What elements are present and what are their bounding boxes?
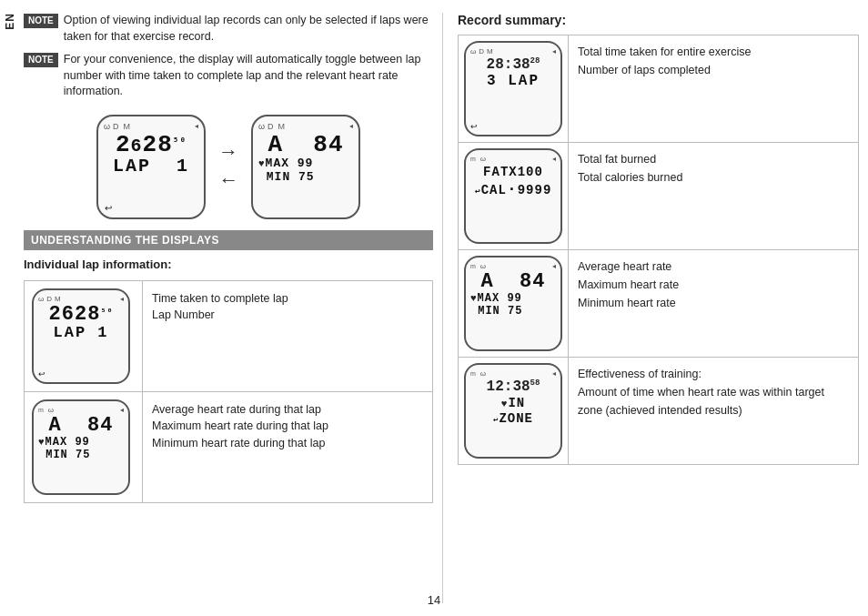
record-text-cell-3: Average heart rate Maximum heart rate Mi…	[569, 250, 859, 358]
record-watch-4-in: ♥IN	[501, 396, 525, 411]
lap-watch-1-icons: ωDM ◂	[38, 295, 124, 303]
table-row: mω ◂ FATX100 ↩CAL·9999 Total fat burned …	[459, 143, 859, 250]
note-2: NOTE For your convenience, the display w…	[24, 52, 433, 100]
lap-info-table: ωDM ◂ 2628₅₀ LAP 1 ↩ Time taken to compl…	[24, 280, 433, 503]
lap-watch-2-min: MIN 75	[38, 449, 124, 461]
note-1-text: Option of viewing individual lap records…	[64, 13, 433, 45]
note-1-label: NOTE	[24, 14, 58, 28]
record-watch-2: mω ◂ FATX100 ↩CAL·9999	[464, 148, 562, 244]
en-sidebar: EN	[0, 0, 20, 616]
lap-watch-1-lap: LAP 1	[53, 325, 108, 342]
note-1: NOTE Option of viewing individual lap re…	[24, 13, 433, 45]
record-text-cell-1: Total time taken for entire exercise Num…	[569, 35, 859, 143]
record-watch-3-min: MIN 75	[470, 305, 556, 318]
record-watch-1-lap: 3 LAP	[487, 74, 540, 90]
record-watch-2-cal: ↩CAL·9999	[475, 180, 552, 200]
record-watch-1-icons: ωDM ◂	[470, 47, 556, 56]
watch-right-heart: ♥MAX 99	[258, 157, 353, 171]
record-watch-3-max: ♥MAX 99	[470, 292, 556, 305]
note-2-text: For your convenience, the display will a…	[64, 52, 433, 100]
watch-left-main-time: 2628₅₀	[116, 133, 187, 157]
left-column: NOTE Option of viewing individual lap re…	[24, 13, 442, 603]
record-watch-cell-1: ωDM ◂ 28:3828 3 LAP ↩	[459, 35, 569, 143]
record-watch-3-icons: mω ◂	[470, 262, 556, 270]
record-watch-2-fat: FATX100	[483, 165, 543, 180]
section-header: UNDERSTANDING THE DISPLAYS	[24, 230, 433, 250]
individual-lap-title: Individual lap information:	[24, 258, 433, 271]
record-watch-3: mω ◂ A 84 ♥MAX 99 MIN 75	[464, 256, 562, 351]
watch-display-left: ωDM ◂ 2628₅₀ LAP 1 ↩	[96, 115, 206, 219]
table-row: ωDM ◂ 2628₅₀ LAP 1 ↩ Time taken to compl…	[25, 280, 433, 391]
record-watch-4-time: 12:3858	[487, 379, 540, 396]
record-watch-4-icons: mω ◂	[470, 369, 556, 378]
watch-right-main-time: A 84	[267, 133, 343, 157]
watch-display-right: ωDM ◂ A 84 ♥MAX 99 MIN 75	[251, 115, 360, 219]
watch-right-min: MIN 75	[258, 170, 353, 185]
record-watch-1: ωDM ◂ 28:3828 3 LAP ↩	[464, 41, 562, 136]
arrow-left-icon: →	[218, 171, 238, 191]
right-column: Record summary: ωDM ◂ 28:3828	[442, 13, 859, 603]
lap-text-cell-1: Time taken to complete lapLap Number	[143, 280, 433, 391]
arrow-right-icon: →	[218, 142, 238, 162]
record-watch-1-corner: ↩	[470, 122, 478, 131]
lap-text-cell-2: Average heart rate during that lap Maxim…	[143, 391, 433, 502]
record-watch-2-icons: mω ◂	[470, 155, 556, 163]
arrows: → →	[206, 142, 251, 191]
table-row: ωDM ◂ 28:3828 3 LAP ↩ Total time taken f…	[459, 35, 859, 143]
lap-watch-2-avg: A 84	[48, 416, 113, 436]
record-summary-title: Record summary:	[458, 13, 859, 27]
en-label: EN	[4, 13, 16, 30]
page-number: 14	[428, 593, 440, 607]
record-watch-3-avg: A 84	[480, 272, 545, 292]
record-watch-cell-2: mω ◂ FATX100 ↩CAL·9999	[459, 143, 569, 250]
record-watch-1-time: 28:3828	[487, 57, 540, 74]
watch-right-top-icons: ωDM ◂	[258, 122, 353, 131]
record-watch-4: mω ◂ 12:3858 ♥IN ↩ZONE	[464, 363, 562, 459]
lap-watch-2: mω ◂ A 84 ♥MAX 99 MIN 75	[32, 399, 130, 495]
lap-watch-cell-1: ωDM ◂ 2628₅₀ LAP 1 ↩	[25, 280, 143, 391]
record-watch-cell-3: mω ◂ A 84 ♥MAX 99 MIN 75	[459, 250, 569, 358]
lap-watch-1-corner: ↩	[38, 369, 45, 379]
watch-left-lap: LAP 1	[113, 157, 189, 177]
lap-watch-2-max: ♥MAX 99	[38, 436, 124, 449]
record-watch-4-zone: ↩ZONE	[493, 411, 533, 427]
record-text-cell-2: Total fat burned Total calories burned	[569, 143, 859, 250]
note-2-label: NOTE	[24, 53, 58, 67]
lap-watch-cell-2: mω ◂ A 84 ♥MAX 99 MIN 75	[25, 391, 143, 502]
watch-left-corner: ↩	[105, 203, 112, 213]
arrow-diagram: ωDM ◂ 2628₅₀ LAP 1 ↩ → →	[24, 115, 433, 219]
record-summary-table: ωDM ◂ 28:3828 3 LAP ↩ Total time taken f…	[458, 35, 859, 465]
table-row: mω ◂ A 84 ♥MAX 99 MIN 75 Average heart r…	[25, 391, 433, 502]
watch-left-top-icons: ωDM ◂	[104, 122, 198, 131]
record-text-cell-4: Effectiveness of training: Amount of tim…	[569, 358, 859, 465]
lap-watch-1: ωDM ◂ 2628₅₀ LAP 1 ↩	[32, 288, 130, 384]
lap-watch-1-time: 2628₅₀	[49, 305, 114, 325]
table-row: mω ◂ 12:3858 ♥IN ↩ZONE Effectiveness of …	[459, 358, 859, 465]
lap-watch-2-icons: mω ◂	[38, 406, 124, 414]
table-row: mω ◂ A 84 ♥MAX 99 MIN 75 Average heart r…	[459, 250, 859, 358]
record-watch-cell-4: mω ◂ 12:3858 ♥IN ↩ZONE	[459, 358, 569, 465]
